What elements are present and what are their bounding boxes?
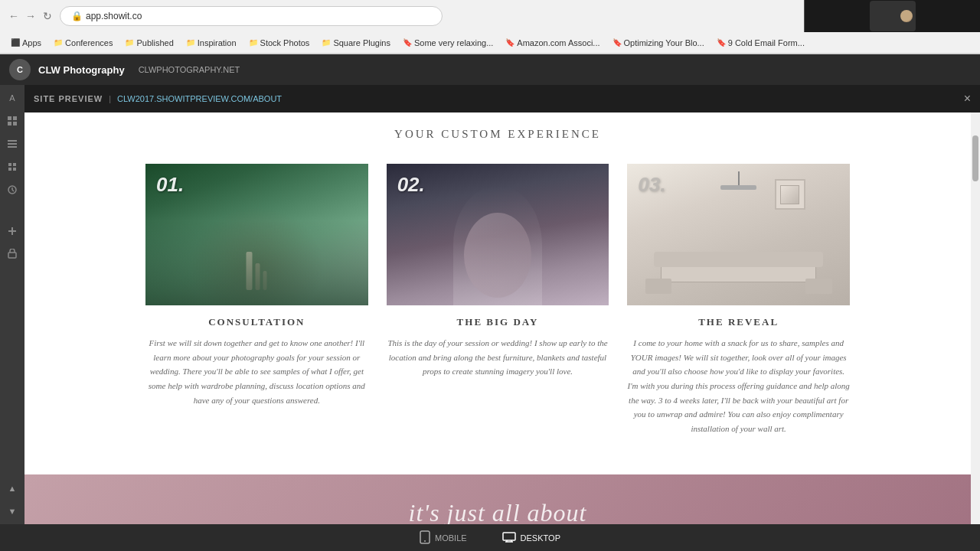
cards-grid: 01. CONSULTATION First we will sit down … — [145, 164, 850, 436]
reload-button[interactable]: ↻ — [40, 8, 55, 24]
card-2-text: This is the day of your session or weddi… — [387, 336, 609, 379]
sidebar-scroll-up[interactable]: ▲ — [2, 478, 22, 498]
website-content: YOUR CUSTOM EXPERIENCE — [24, 112, 971, 524]
tab-icon-1: 🔖 — [403, 38, 412, 47]
svg-rect-5 — [8, 143, 17, 145]
bottom-bar: MOBILE DESKTOP — [0, 524, 980, 551]
svg-rect-2 — [8, 122, 11, 126]
svg-rect-14 — [8, 253, 16, 258]
preview-url: CLW2017.SHOWITPREVIEW.COM/ABOUT — [117, 94, 282, 103]
mobile-icon — [420, 530, 430, 546]
bookmark-amazon[interactable]: 🔖 Amazon.com Associ... — [501, 37, 604, 49]
sidebar-icon-4[interactable] — [2, 157, 22, 177]
folder-icon-2: 📁 — [125, 38, 134, 47]
sidebar-icon-5[interactable] — [2, 180, 22, 200]
site-domain: CLWPHOTOGRAPHY.NET — [139, 65, 240, 74]
sidebar-icon-2[interactable] — [2, 111, 22, 131]
scrollbar-thumb[interactable] — [972, 135, 978, 181]
bookmark-inspiration[interactable]: 📁 Inspiration — [181, 37, 241, 49]
main-section: YOUR CUSTOM EXPERIENCE — [115, 112, 880, 474]
bookmark-inspiration-label: Inspiration — [198, 38, 237, 47]
folder-icon-3: 📁 — [186, 38, 195, 47]
tab-icon-2: 🔖 — [505, 38, 514, 47]
main-area: A ▲ ▼ — [0, 85, 980, 524]
svg-point-16 — [424, 540, 426, 542]
card-3-text: I come to your home with a snack for us … — [627, 336, 850, 436]
folder-icon-5: 📁 — [322, 38, 331, 47]
bookmark-cold-email[interactable]: 🔖 9 Cold Email Form... — [712, 37, 809, 49]
svg-rect-17 — [503, 533, 515, 540]
svg-line-13 — [12, 190, 14, 191]
svg-rect-9 — [8, 168, 11, 171]
folder-icon-4: 📁 — [249, 38, 258, 47]
svg-rect-3 — [13, 122, 17, 126]
sidebar-scroll-down[interactable]: ▼ — [2, 501, 22, 521]
card-3-title: THE REVEAL — [627, 316, 850, 328]
card-1: 01. CONSULTATION First we will sit down … — [145, 164, 368, 436]
section-title: YOUR CUSTOM EXPERIENCE — [145, 128, 850, 141]
address-bar[interactable]: 🔒 app.showit.co — [60, 6, 443, 26]
svg-rect-8 — [13, 163, 16, 166]
card-1-title: CONSULTATION — [145, 316, 368, 328]
bookmark-conferences[interactable]: 📁 Conferences — [49, 37, 117, 49]
bookmark-optimizing[interactable]: 🔖 Optimizing Your Blo... — [608, 37, 709, 49]
back-button[interactable]: ← — [6, 8, 21, 24]
desktop-icon — [502, 532, 516, 544]
svg-rect-10 — [13, 168, 16, 171]
bookmark-published[interactable]: 📁 Published — [120, 37, 178, 49]
folder-icon-1: 📁 — [54, 38, 63, 47]
bookmark-cold-email-label: 9 Cold Email Form... — [728, 38, 805, 47]
sidebar-icon-6[interactable] — [2, 221, 22, 241]
bookmark-relaxing[interactable]: 🔖 Some very relaxing... — [398, 37, 498, 49]
sidebar-icon-7[interactable] — [2, 244, 22, 264]
quote-line1: it's just all about — [409, 499, 587, 524]
bookmark-apps-label: Apps — [22, 38, 41, 47]
app-shell: C CLW Photography CLWPHOTOGRAPHY.NET A — [0, 54, 980, 551]
site-avatar: C — [9, 59, 31, 80]
bookmark-square-label: Square Plugins — [333, 38, 390, 47]
card-3-image: 03. — [627, 164, 850, 305]
bookmarks-bar: ⬛ Apps 📁 Conferences 📁 Published 📁 Inspi… — [0, 32, 980, 54]
card-3: 03. THE REVEAL I come to your home with … — [627, 164, 850, 436]
left-sidebar: A ▲ ▼ — [0, 85, 24, 524]
svg-rect-6 — [8, 146, 17, 148]
card-3-number: 03. — [638, 173, 665, 197]
bookmark-amazon-label: Amazon.com Associ... — [517, 38, 599, 47]
sidebar-icon-3[interactable] — [2, 134, 22, 154]
svg-rect-7 — [8, 163, 11, 166]
tab-icon-3: 🔖 — [612, 38, 622, 47]
bookmark-square[interactable]: 📁 Square Plugins — [317, 37, 395, 49]
preview-bar: SITE PREVIEW | CLW2017.SHOWITPREVIEW.COM… — [24, 85, 980, 112]
card-2-title: THE BIG DAY — [387, 316, 609, 328]
desktop-label: DESKTOP — [521, 533, 560, 543]
desktop-view-button[interactable]: DESKTOP — [496, 529, 567, 547]
sidebar-icon-1[interactable]: A — [2, 88, 22, 108]
card-2-number: 02. — [397, 173, 425, 197]
bookmark-conferences-label: Conferences — [65, 38, 113, 47]
url-text: app.showit.co — [86, 11, 142, 21]
mobile-view-button[interactable]: MOBILE — [413, 527, 473, 549]
preview-area: SITE PREVIEW | CLW2017.SHOWITPREVIEW.COM… — [24, 85, 980, 524]
card-1-number: 01. — [156, 173, 184, 197]
bookmark-stock-label: Stock Photos — [260, 38, 310, 47]
bookmark-apps[interactable]: ⬛ Apps — [6, 37, 46, 49]
video-overlay — [804, 0, 980, 32]
forward-button[interactable]: → — [23, 8, 38, 24]
bookmark-stock[interactable]: 📁 Stock Photos — [244, 37, 315, 49]
quote-section: it's just all about having fun. WINNIE T… — [24, 474, 971, 524]
lock-icon: 🔒 — [71, 11, 83, 21]
card-1-image: 01. — [145, 164, 368, 305]
tab-icon-4: 🔖 — [717, 38, 726, 47]
close-icon[interactable]: × — [964, 92, 971, 106]
apps-icon: ⬛ — [11, 38, 20, 47]
svg-rect-0 — [8, 116, 11, 120]
card-1-text: First we will sit down together and get … — [145, 336, 368, 407]
card-2-image: 02. — [387, 164, 609, 305]
card-2: 02. THE BIG DAY This is the day of your … — [387, 164, 609, 436]
preview-separator: | — [109, 94, 111, 103]
nav-buttons: ← → ↻ — [6, 8, 55, 24]
bookmark-optimizing-label: Optimizing Your Blo... — [624, 38, 704, 47]
preview-label: SITE PREVIEW — [34, 94, 103, 103]
scrollbar[interactable] — [971, 112, 980, 524]
browser-chrome: ← → ↻ 🔒 app.showit.co ⬛ Apps 📁 C — [0, 0, 980, 54]
